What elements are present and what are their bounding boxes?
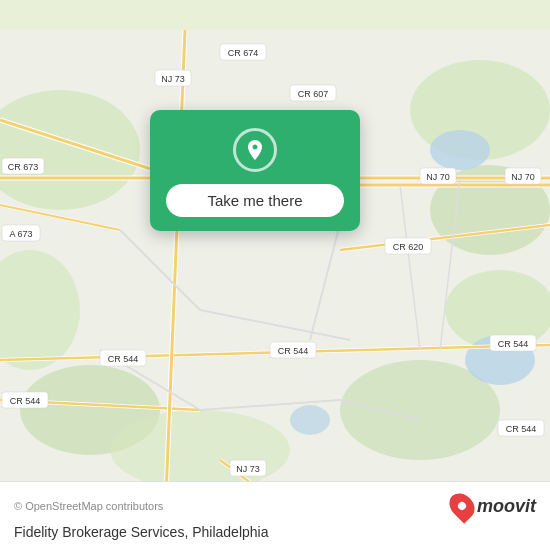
svg-text:NJ 73: NJ 73 bbox=[236, 464, 260, 474]
bottom-bar: © OpenStreetMap contributors moovit Fide… bbox=[0, 481, 550, 550]
svg-text:CR 674: CR 674 bbox=[228, 48, 259, 58]
svg-text:CR 544: CR 544 bbox=[498, 339, 529, 349]
svg-text:NJ 70: NJ 70 bbox=[511, 172, 535, 182]
moovit-pin-icon bbox=[444, 488, 479, 523]
svg-text:CR 673: CR 673 bbox=[8, 162, 39, 172]
map-background: CR 674 NJ 73 CR 607 NJ 70 NJ 70 NJ 70 CR… bbox=[0, 0, 550, 550]
take-me-there-button[interactable]: Take me there bbox=[166, 184, 344, 217]
svg-text:CR 607: CR 607 bbox=[298, 89, 329, 99]
svg-text:CR 544: CR 544 bbox=[108, 354, 139, 364]
svg-text:CR 620: CR 620 bbox=[393, 242, 424, 252]
svg-text:CR 544: CR 544 bbox=[506, 424, 537, 434]
svg-point-9 bbox=[430, 130, 490, 170]
moovit-logo: moovit bbox=[451, 492, 536, 520]
location-label: Fidelity Brokerage Services, Philadelphi… bbox=[14, 524, 536, 540]
svg-text:NJ 70: NJ 70 bbox=[426, 172, 450, 182]
popup-card: Take me there bbox=[150, 110, 360, 231]
map-container: CR 674 NJ 73 CR 607 NJ 70 NJ 70 NJ 70 CR… bbox=[0, 0, 550, 550]
moovit-brand-text: moovit bbox=[477, 496, 536, 517]
location-pin-icon bbox=[243, 138, 267, 162]
svg-text:NJ 73: NJ 73 bbox=[161, 74, 185, 84]
svg-text:CR 544: CR 544 bbox=[278, 346, 309, 356]
svg-point-11 bbox=[290, 405, 330, 435]
map-attribution: © OpenStreetMap contributors bbox=[14, 500, 163, 512]
svg-text:A 673: A 673 bbox=[9, 229, 32, 239]
svg-point-8 bbox=[110, 410, 290, 490]
popup-pin-circle bbox=[233, 128, 277, 172]
svg-text:CR 544: CR 544 bbox=[10, 396, 41, 406]
